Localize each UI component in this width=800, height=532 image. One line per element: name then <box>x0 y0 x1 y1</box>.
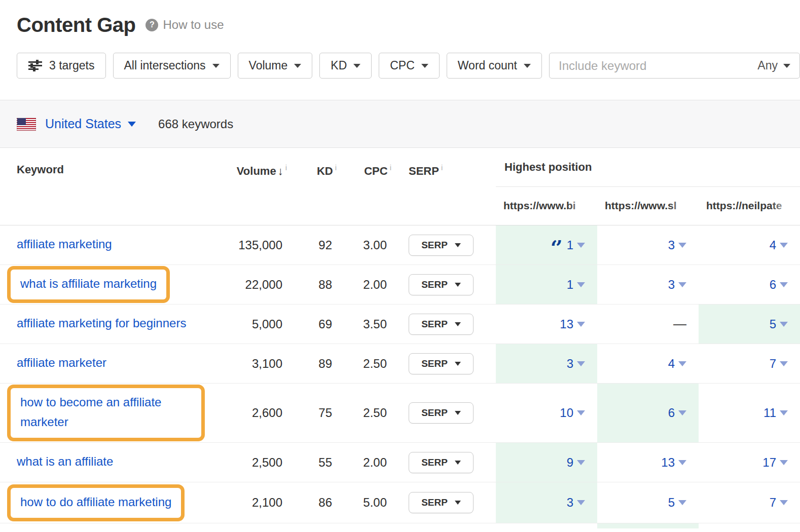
position-value[interactable]: 5 <box>668 496 675 510</box>
position-value[interactable]: 3 <box>668 278 675 292</box>
position-value[interactable]: 9 <box>567 455 573 470</box>
position-cell: 3 <box>597 225 699 264</box>
include-keyword-placeholder: Include keyword <box>559 59 757 73</box>
position-value[interactable]: 11 <box>763 406 776 420</box>
chevron-down-icon[interactable] <box>577 500 585 505</box>
keyword-link[interactable]: how to become an affiliate marketer <box>20 395 161 429</box>
keyword-link[interactable]: what is affiliate marketing <box>20 277 157 290</box>
intersections-dropdown[interactable]: All intersections <box>113 53 231 79</box>
kd-filter-dropdown[interactable]: KD <box>319 53 372 79</box>
position-value[interactable]: 3 <box>567 357 573 371</box>
kd-value: 69 <box>289 317 339 331</box>
volume-filter-label: Volume <box>249 59 288 72</box>
chevron-down-icon[interactable] <box>780 460 788 465</box>
chevron-down-icon[interactable] <box>577 460 585 465</box>
position-value[interactable]: 4 <box>668 357 675 371</box>
word-count-filter-dropdown[interactable]: Word count <box>447 53 542 79</box>
position-value[interactable]: 6 <box>770 278 776 292</box>
position-value[interactable]: 1 <box>567 278 573 292</box>
chevron-down-icon[interactable] <box>780 410 788 415</box>
chevron-down-icon[interactable] <box>577 361 585 366</box>
column-header-kd[interactable]: KDi <box>289 163 339 178</box>
kd-value: 92 <box>289 238 339 252</box>
column-header-keyword: Keyword <box>0 163 213 176</box>
position-value[interactable]: 3 <box>668 238 675 252</box>
chevron-down-icon <box>524 64 531 68</box>
position-value[interactable]: 13 <box>560 317 573 331</box>
position-value[interactable]: 1 <box>567 238 573 252</box>
chevron-down-icon[interactable] <box>780 282 788 287</box>
position-cell: 10 <box>496 384 597 442</box>
serp-button[interactable]: SERP <box>409 452 474 473</box>
serp-button[interactable]: SERP <box>409 402 474 424</box>
kd-value: 86 <box>289 496 339 510</box>
chevron-down-icon[interactable] <box>577 282 585 287</box>
chevron-down-icon <box>455 411 461 415</box>
no-position-dash: — <box>673 316 686 332</box>
serp-button[interactable]: SERP <box>409 353 474 374</box>
chevron-down-icon[interactable] <box>678 282 686 287</box>
chevron-down-icon[interactable] <box>780 500 788 505</box>
info-icon[interactable]: i <box>390 163 391 172</box>
content-gap-page: Content Gap ? How to use 3 targets All i… <box>0 0 800 532</box>
serp-button[interactable]: SERP <box>409 274 474 295</box>
chevron-down-icon <box>212 64 220 68</box>
position-value[interactable]: 7 <box>770 496 776 510</box>
position-value[interactable]: 4 <box>770 238 776 252</box>
table-header: Keyword Volume↓i KDi CPCi SERPi Highest … <box>0 148 800 225</box>
keyword-cell: what is affiliate marketing <box>0 265 213 304</box>
serp-button[interactable]: SERP <box>409 492 474 513</box>
position-value[interactable]: 5 <box>770 317 776 331</box>
position-cell: 1 <box>496 265 597 304</box>
column-header-volume[interactable]: Volume↓i <box>213 163 289 178</box>
include-keyword-input[interactable]: Include keyword Any <box>549 53 800 79</box>
chevron-down-icon[interactable] <box>678 460 686 465</box>
column-header-cpc[interactable]: CPCi <box>339 163 393 178</box>
position-cell: 9 <box>496 443 597 482</box>
serp-cell: SERP <box>393 274 496 295</box>
info-icon[interactable]: i <box>441 163 443 172</box>
serp-button-label: SERP <box>421 240 448 251</box>
chevron-down-icon[interactable] <box>678 500 686 505</box>
country-selector[interactable]: United States <box>45 117 136 131</box>
position-cell: 7 <box>699 344 800 383</box>
position-value[interactable]: 7 <box>770 357 776 371</box>
table-row: what is an affiliate 2,500 55 2.00 SERP … <box>0 443 800 482</box>
position-value[interactable]: 3 <box>567 496 573 510</box>
serp-button-label: SERP <box>421 358 448 369</box>
target-url-headers: https://www.bi https://www.sl https://ne… <box>496 187 800 225</box>
position-value[interactable]: 6 <box>668 406 675 420</box>
keyword-link[interactable]: affiliate marketing <box>17 237 112 251</box>
how-to-use-link[interactable]: ? How to use <box>146 18 224 32</box>
serp-button[interactable]: SERP <box>409 235 474 256</box>
chevron-down-icon[interactable] <box>577 322 585 327</box>
serp-cell: SERP <box>393 235 496 256</box>
keyword-link[interactable]: how to do affiliate marketing <box>20 495 171 509</box>
chevron-down-icon[interactable] <box>780 322 788 327</box>
position-cell: 13 <box>597 443 699 482</box>
chevron-down-icon[interactable] <box>780 243 788 248</box>
serp-button[interactable]: SERP <box>409 314 474 335</box>
position-cell: 7 <box>699 482 800 523</box>
position-value[interactable]: 13 <box>661 455 675 470</box>
keyword-link[interactable]: affiliate marketing for beginners <box>17 316 186 330</box>
cpc-filter-dropdown[interactable]: CPC <box>379 53 440 79</box>
position-cell: 5 <box>699 305 800 344</box>
info-icon[interactable]: i <box>335 163 337 172</box>
position-value[interactable]: 10 <box>560 406 573 420</box>
chevron-down-icon[interactable] <box>577 410 585 415</box>
keyword-link[interactable]: what is an affiliate <box>17 454 113 468</box>
keyword-link[interactable]: affiliate marketer <box>17 356 106 369</box>
volume-filter-dropdown[interactable]: Volume <box>238 53 313 79</box>
chevron-down-icon[interactable] <box>678 410 686 415</box>
chevron-down-icon[interactable] <box>577 243 585 248</box>
chevron-down-icon[interactable] <box>678 243 686 248</box>
targets-button[interactable]: 3 targets <box>17 53 106 79</box>
info-icon[interactable]: i <box>285 163 287 172</box>
chevron-down-icon[interactable] <box>678 361 686 366</box>
include-keyword-mode-select[interactable]: Any <box>757 59 790 72</box>
position-value[interactable]: 17 <box>762 455 776 470</box>
keyword-cell: how to do affiliate marketing <box>0 483 213 522</box>
position-cell: 3 <box>496 482 597 523</box>
chevron-down-icon[interactable] <box>780 361 788 366</box>
